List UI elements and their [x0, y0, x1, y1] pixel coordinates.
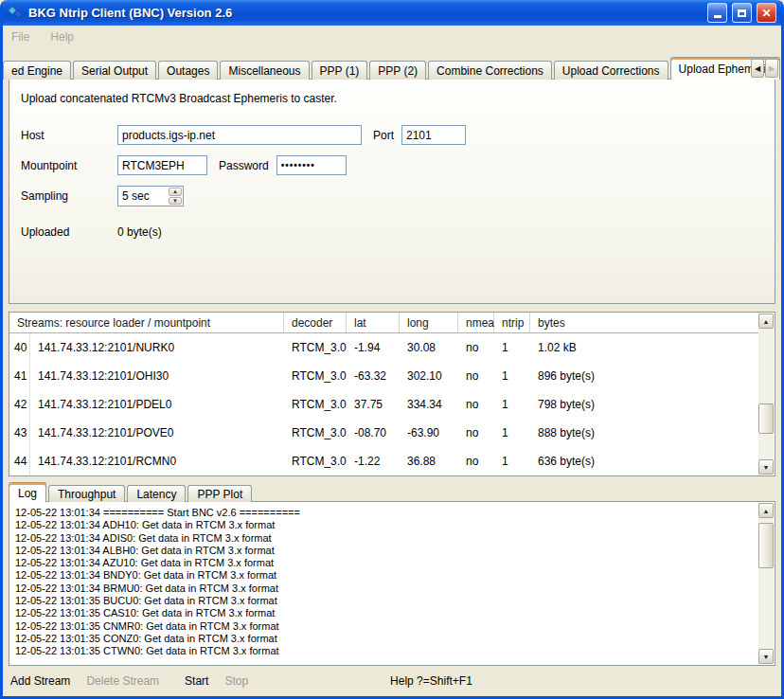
down-arrow-icon: ▼	[763, 654, 770, 660]
column-header-nmea[interactable]: nmea	[458, 313, 494, 332]
row-number: 41	[9, 362, 30, 390]
column-header-bytes[interactable]: bytes	[530, 313, 758, 332]
cell-nmea: no	[458, 341, 494, 354]
tab-scroll-right-button[interactable]: ▶	[765, 59, 778, 78]
log-panel: 12-05-22 13:01:34 ========== Start BNC v…	[9, 501, 775, 666]
menu-file[interactable]: File	[11, 30, 29, 44]
sampling-spinbox[interactable]: 5 sec ▲ ▼	[117, 186, 184, 206]
streams-scroll-track[interactable]	[758, 329, 774, 459]
sampling-spin-down-button[interactable]: ▼	[169, 197, 182, 206]
streams-scroll-down-button[interactable]: ▼	[758, 459, 774, 475]
mountpoint-input[interactable]	[117, 155, 207, 175]
log-line: 12-05-22 13:01:34 ADIS0: Get data in RTC…	[15, 532, 756, 545]
cell-nmea: no	[458, 426, 494, 439]
log-line: 12-05-22 13:01:34 ALBH0: Get data in RTC…	[15, 545, 756, 557]
tab-serial-output[interactable]: Serial Output	[73, 61, 156, 80]
port-label: Port	[373, 129, 394, 142]
row-number: 42	[9, 390, 30, 419]
log-scroll-up-button[interactable]: ▲	[758, 503, 774, 518]
cell-resource: 141.74.33.12:2101/OHI30	[30, 369, 284, 383]
row-number: 44	[9, 447, 30, 475]
password-input[interactable]	[276, 155, 347, 175]
log-line: 12-05-22 13:01:34 BRMU0: Get data in RTC…	[15, 582, 756, 595]
host-input[interactable]	[117, 125, 362, 145]
tab-feed-engine[interactable]: ed Engine	[3, 61, 71, 80]
close-button[interactable]: ✕	[757, 3, 776, 23]
sampling-spin-buttons: ▲ ▼	[168, 187, 183, 206]
table-row[interactable]: 44 141.74.33.12:2101/RCMN0 RTCM_3.0 -1.2…	[9, 447, 758, 475]
cell-nmea: no	[458, 398, 494, 411]
cell-resource: 141.74.33.12:2101/POVE0	[30, 426, 284, 439]
table-row[interactable]: 43 141.74.33.12:2101/POVE0 RTCM_3.0 -08.…	[9, 419, 758, 447]
streams-table: Streams: resource loader / mountpoint de…	[9, 312, 775, 476]
column-header-resource[interactable]: Streams: resource loader / mountpoint	[9, 313, 284, 332]
streams-scrollbar[interactable]: ▲ ▼	[758, 314, 774, 475]
cell-decoder: RTCM_3.0	[284, 398, 347, 411]
log-line: 12-05-22 13:01:35 BUCU0: Get data in RTC…	[15, 595, 756, 607]
tab-throughput[interactable]: Throughput	[48, 485, 125, 502]
cell-lat: -08.70	[347, 426, 400, 439]
panel-description: Upload concatenated RTCMv3 Broadcast Eph…	[21, 92, 775, 105]
port-input[interactable]	[401, 125, 466, 145]
log-scroll-track[interactable]	[758, 518, 774, 649]
cell-ntrip: 1	[494, 398, 530, 411]
log-line: 12-05-22 13:01:35 CNMR0: Get data in RTC…	[15, 620, 756, 633]
table-row[interactable]: 41 141.74.33.12:2101/OHI30 RTCM_3.0 -63.…	[9, 362, 758, 390]
cell-nmea: no	[458, 369, 494, 383]
tab-latency[interactable]: Latency	[127, 485, 186, 502]
maximize-button[interactable]	[732, 3, 752, 23]
table-row[interactable]: 40 141.74.33.12:2101/NURK0 RTCM_3.0 -1.9…	[9, 333, 758, 362]
add-stream-button[interactable]: Add Stream	[10, 674, 70, 688]
title-bar[interactable]: BKG Ntrip Client (BNC) Version 2.6 ✕	[3, 0, 781, 26]
maximize-icon	[738, 9, 746, 17]
log-scroll-down-button[interactable]: ▼	[758, 649, 774, 664]
column-header-ntrip[interactable]: ntrip	[494, 313, 530, 332]
up-arrow-icon: ▲	[763, 318, 770, 325]
mountpoint-label: Mountpoint	[21, 159, 117, 172]
main-tab-bar: ed Engine Serial Output Outages Miscella…	[3, 57, 781, 80]
bottom-tab-bar: Log Throughput Latency PPP Plot	[9, 482, 781, 502]
cell-bytes: 1.02 kB	[530, 341, 758, 354]
cell-bytes: 798 byte(s)	[530, 398, 758, 411]
log-line: 12-05-22 13:01:34 ADH10: Get data in RTC…	[15, 519, 756, 531]
streams-scroll-up-button[interactable]: ▲	[758, 314, 774, 329]
column-header-lat[interactable]: lat	[347, 313, 400, 332]
tab-upload-corrections[interactable]: Upload Corrections	[554, 61, 668, 80]
minimize-button[interactable]	[707, 3, 727, 23]
app-window: BKG Ntrip Client (BNC) Version 2.6 ✕ Fil…	[0, 0, 784, 699]
tab-combine-corrections[interactable]: Combine Corrections	[428, 61, 552, 80]
tab-ppp-2[interactable]: PPP (2)	[369, 61, 426, 80]
menu-help[interactable]: Help	[50, 30, 74, 44]
cell-lat: -1.94	[347, 341, 400, 354]
column-header-decoder[interactable]: decoder	[284, 313, 347, 332]
log-scroll-thumb[interactable]	[758, 523, 774, 568]
help-shortcut-label: Help ?=Shift+F1	[390, 674, 472, 688]
uploaded-value: 0 byte(s)	[117, 225, 162, 239]
delete-stream-button[interactable]: Delete Stream	[86, 674, 159, 688]
tab-ppp-1[interactable]: PPP (1)	[312, 61, 368, 80]
close-icon: ✕	[761, 8, 771, 19]
cell-long: 36.88	[400, 455, 458, 468]
upload-ephemeris-panel: Upload concatenated RTCMv3 Broadcast Eph…	[9, 79, 775, 304]
table-row[interactable]: 42 141.74.33.12:2101/PDEL0 RTCM_3.0 37.7…	[9, 390, 758, 419]
status-bar: Add Stream Delete Stream Start Stop Help…	[3, 666, 781, 696]
log-scrollbar[interactable]: ▲ ▼	[758, 503, 774, 664]
menu-bar: File Help	[3, 26, 781, 48]
column-header-long[interactable]: long	[400, 313, 458, 332]
streams-scroll-thumb[interactable]	[758, 403, 774, 434]
log-line: 12-05-22 13:01:34 BNDY0: Get data in RTC…	[15, 569, 756, 582]
cell-bytes: 888 byte(s)	[530, 426, 758, 439]
tab-log[interactable]: Log	[9, 482, 46, 502]
tab-outages[interactable]: Outages	[158, 61, 218, 80]
sampling-spin-up-button[interactable]: ▲	[169, 188, 182, 196]
app-icon[interactable]	[8, 5, 24, 21]
log-line: 12-05-22 13:01:35 CTWN0: Get data in RTC…	[15, 645, 756, 657]
stop-button[interactable]: Stop	[224, 674, 248, 688]
tab-ppp-plot[interactable]: PPP Plot	[187, 485, 252, 502]
cell-decoder: RTCM_3.0	[284, 341, 347, 354]
start-button[interactable]: Start	[185, 674, 208, 688]
right-arrow-icon: ▶	[769, 64, 775, 73]
tab-miscellaneous[interactable]: Miscellaneous	[220, 61, 309, 80]
left-arrow-icon: ◀	[755, 64, 760, 73]
tab-scroll-left-button[interactable]: ◀	[751, 59, 764, 78]
